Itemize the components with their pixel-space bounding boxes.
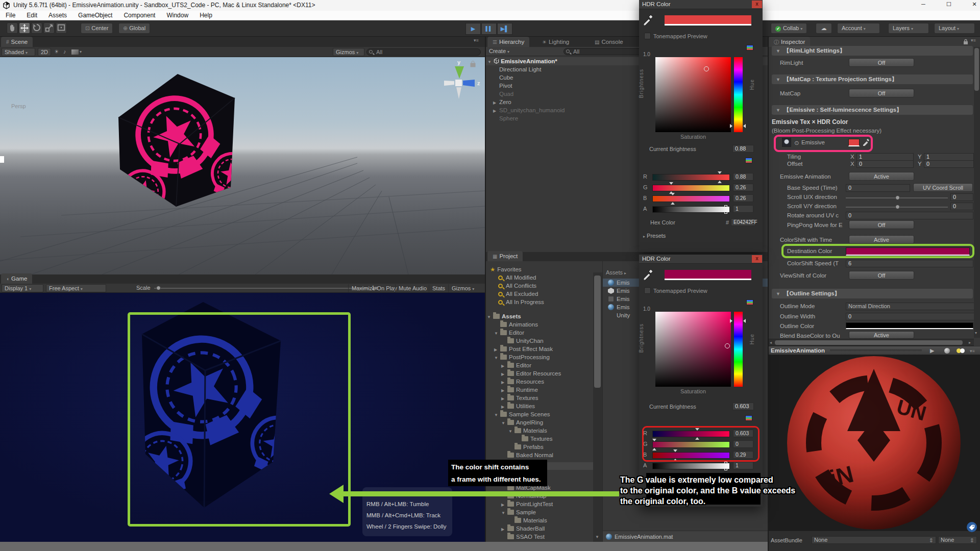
persp-label[interactable]: Persp [11,103,26,109]
favorite-item[interactable]: All Modified [486,273,593,282]
hue-slider[interactable] [734,57,743,132]
favorite-item[interactable]: All Conflicts [486,282,593,290]
tiling-y-field[interactable]: 1 [924,153,974,161]
project-folder-row[interactable]: ▶Runtime [486,386,593,394]
hdr-color-window-original[interactable]: HDR Color x Tonemapped Preview 1.0 Brigh… [639,0,763,252]
hue-slider-arrow-left[interactable] [730,124,732,128]
tonemapped-checkbox[interactable] [644,33,651,39]
project-folder-row[interactable]: ▼Sample Scenes [486,410,593,418]
inspector-menu-icon[interactable]: ▾≡ [971,38,976,43]
assetbundle-dropdown[interactable]: None⇕ [812,536,936,544]
cloud-button[interactable]: ☁ [816,23,832,34]
project-folder-row[interactable]: ▶PointLightTest [486,500,593,508]
outline-section-header[interactable]: ▼【Outline Settings】 [772,289,973,298]
game-gizmos-dropdown[interactable]: Gizmos ▾ [448,284,477,292]
channel-thumb[interactable] [724,462,727,470]
offset-x-field[interactable]: 0 [856,160,914,168]
eyedropper-icon[interactable] [642,13,654,26]
project-folder-row[interactable]: ▶Utilities [486,402,593,410]
scroll-down-icon[interactable]: ▼ [595,535,599,539]
inspector-vscrollbar[interactable]: ▾ [974,47,980,338]
hue-slider[interactable] [734,312,743,387]
channel-track[interactable] [652,195,730,202]
tab-game[interactable]: ◖Game [1,273,32,284]
channel-value-field[interactable]: 0.88 [733,173,753,181]
project-folder-row[interactable]: ▶ShaderBall [486,524,593,533]
matcap-section-header[interactable]: ▼【MatCap : Texture Projection Settings】 [772,74,973,84]
matcap-toggle[interactable]: Off [849,89,914,97]
scene-panel-menu-icon[interactable]: ▾≡ [474,38,479,43]
layout-dropdown[interactable]: Layout ▾ [934,23,975,34]
hue-slider-arrow-right[interactable] [743,124,746,128]
channel-track[interactable] [652,206,730,213]
scroll-down-icon[interactable]: ▾ [975,331,977,335]
presets-foldout[interactable]: ▸ Presets [643,233,666,239]
preview-header[interactable]: EmissiveAnimation ▶ ▾≡ [769,346,980,355]
scene-search-input[interactable]: All [366,48,481,56]
project-folder-row[interactable]: Materials [486,516,593,524]
preview-play-icon[interactable]: ▶ [930,346,934,355]
foldout-arrow[interactable]: ▼ [494,354,500,362]
project-folder-row[interactable]: ▼Editor [486,329,593,337]
viewshift-toggle[interactable]: Off [849,271,914,280]
rgb-mode-icon[interactable] [745,158,752,163]
project-folder-row[interactable]: SSAO Test [486,533,593,541]
foldout-arrow[interactable]: ▼ [501,419,507,428]
stats-toggle[interactable]: Stats [429,284,448,292]
vscroll-thumb[interactable] [974,48,979,91]
channel-thumb[interactable] [669,185,673,191]
menu-item[interactable]: Help [194,11,218,19]
color-mode-icon[interactable] [746,299,753,305]
favorite-item[interactable]: All Excluded [486,290,593,298]
outline-width-field[interactable]: 0 [846,313,975,320]
channel-value-field[interactable]: 1 [733,205,753,213]
project-folder-row[interactable]: ▶Post Effect Mask [486,345,593,353]
hdr-color-window-destination[interactable]: HDR Color x Tonemapped Preview 1.0 Brigh… [639,255,763,507]
close-button[interactable]: ✕ [965,1,980,10]
layers-dropdown[interactable]: Layers ▾ [888,23,929,34]
favorite-item[interactable]: All In Progress [486,298,593,306]
account-dropdown[interactable]: Account ▾ [837,23,880,34]
scene-gizmos-dropdown[interactable]: Gizmos ▾ [333,48,364,56]
rimlight-section-header[interactable]: ▼【RimLight Settings】 [772,46,973,56]
tiling-x-field[interactable]: 1 [856,153,914,161]
channel-value-field[interactable]: 0.26 [733,194,753,202]
pivot-toggle[interactable]: ⊡ Center [81,23,113,34]
project-folder-row[interactable]: ▶Editor [486,361,593,369]
mute-audio-toggle[interactable]: Mute Audio [395,284,430,292]
eyedropper-icon[interactable] [642,268,654,280]
color-mode-icon[interactable] [746,45,753,51]
colorshift-speed-field[interactable]: 6 [846,260,973,267]
project-folder-row[interactable]: Animations [486,320,593,329]
channel-track[interactable] [652,185,730,191]
outline-mode-dropdown[interactable]: Normal Direction [846,303,975,310]
hierarchy-create-button[interactable]: Create ▾ [489,48,509,54]
scroll-vy-field[interactable]: 0 [950,203,973,210]
project-folder-row[interactable]: Textures [486,435,593,443]
sv-indicator[interactable] [725,343,730,348]
current-color-swatch[interactable] [665,270,751,280]
foldout-arrow[interactable]: ▼ [508,428,514,436]
project-folder-row[interactable]: ▼PostProcessing [486,353,593,361]
shading-mode-dropdown[interactable]: Shaded ▾ [2,48,35,56]
menu-item[interactable]: Edit [21,11,43,19]
rotate-uv-field[interactable]: 0 [846,212,973,219]
display-dropdown[interactable]: Display 1 ▾ [2,284,43,292]
scene-effects-caret[interactable]: ▾ [80,49,82,54]
scale-slider-knob[interactable] [156,286,161,290]
menu-item[interactable]: File [0,11,21,19]
tab-scene[interactable]: #Scene [1,37,33,47]
rotate-tool-icon[interactable] [31,22,42,34]
blend-basecolor-toggle[interactable]: Active [849,331,914,339]
scene-audio-toggle-icon[interactable]: ♪ [63,48,66,55]
scene-effects-toggle-icon[interactable] [71,49,79,55]
rgb-mode-icon[interactable] [745,415,752,421]
uv-coord-scroll-button[interactable]: UV Coord Scroll [913,183,973,192]
project-folder-row[interactable]: Baked Normal [486,451,593,459]
tree-scroll-down-icon[interactable] [486,531,494,538]
colorshift-toggle[interactable]: Active [849,235,914,244]
scale-tool-icon[interactable] [43,22,55,34]
current-color-swatch[interactable] [665,15,751,26]
project-scrollbar-thumb[interactable] [594,276,601,388]
project-folder-row[interactable]: ▶Textures [486,394,593,402]
